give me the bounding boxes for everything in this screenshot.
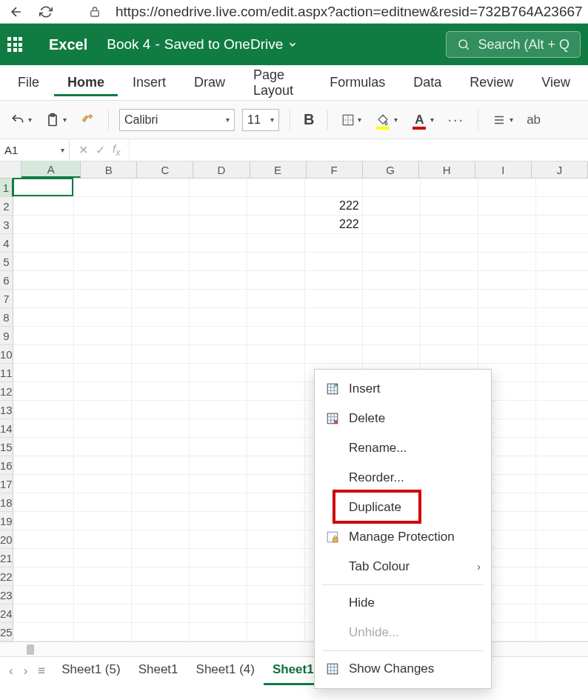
col-header[interactable]: G xyxy=(363,161,419,178)
cell[interactable]: 222 xyxy=(305,197,363,216)
cell[interactable] xyxy=(74,623,132,641)
cell[interactable] xyxy=(190,253,247,271)
cell[interactable] xyxy=(74,234,132,253)
context-menu-item-tab-colour[interactable]: Tab Colour› xyxy=(315,552,491,581)
cell[interactable] xyxy=(536,290,588,308)
cell[interactable] xyxy=(132,179,190,197)
row-header[interactable]: 1 xyxy=(0,179,13,197)
cell[interactable] xyxy=(13,234,74,253)
cell[interactable] xyxy=(421,308,478,327)
cell[interactable] xyxy=(190,438,247,456)
cells-area[interactable]: 222222 xyxy=(13,179,588,641)
sheet-tab[interactable]: Sheet1 (4) xyxy=(187,656,264,685)
cell[interactable] xyxy=(478,179,536,197)
sheet-nav-next[interactable]: › xyxy=(21,664,31,679)
cell[interactable] xyxy=(190,604,247,623)
cell[interactable] xyxy=(247,623,305,641)
cell[interactable] xyxy=(363,290,421,308)
cell[interactable] xyxy=(363,327,421,345)
cell[interactable] xyxy=(536,401,588,419)
cell[interactable] xyxy=(536,530,588,549)
row-header[interactable]: 23 xyxy=(0,586,13,604)
cell[interactable] xyxy=(132,567,190,586)
cell[interactable] xyxy=(190,234,247,253)
cell[interactable] xyxy=(190,530,247,549)
cell[interactable] xyxy=(132,345,190,364)
borders-button[interactable]: ▾ xyxy=(338,107,364,133)
cell[interactable] xyxy=(13,345,74,364)
cell[interactable] xyxy=(421,327,478,345)
cell[interactable] xyxy=(363,179,421,197)
sheet-tab[interactable]: Sheet1 (5) xyxy=(53,656,129,685)
cell[interactable] xyxy=(74,549,132,567)
cell[interactable] xyxy=(132,308,190,327)
menu-tab-draw[interactable]: Draw xyxy=(181,69,238,96)
cell[interactable] xyxy=(536,493,588,512)
cell[interactable] xyxy=(13,364,74,382)
cell[interactable] xyxy=(190,216,247,234)
more-font-options[interactable]: ··· xyxy=(444,107,467,133)
cell[interactable] xyxy=(13,530,74,549)
cell[interactable] xyxy=(305,271,363,290)
cell[interactable] xyxy=(363,234,421,253)
cell[interactable] xyxy=(247,308,305,327)
cell[interactable] xyxy=(132,456,190,475)
cell[interactable] xyxy=(190,364,247,382)
row-header[interactable]: 5 xyxy=(0,253,13,271)
cell[interactable] xyxy=(363,308,421,327)
back-button[interactable] xyxy=(6,1,27,22)
cell[interactable] xyxy=(421,179,478,197)
col-header[interactable]: H xyxy=(419,161,475,178)
cell[interactable] xyxy=(247,512,305,530)
cell[interactable] xyxy=(190,382,247,401)
row-header[interactable]: 14 xyxy=(0,419,13,438)
sheet-tab[interactable]: Sheet1 xyxy=(130,656,187,685)
cell[interactable] xyxy=(190,401,247,419)
cell[interactable] xyxy=(13,604,74,623)
col-header[interactable]: B xyxy=(81,161,137,178)
cell[interactable]: 222 xyxy=(305,216,363,234)
alignment-button[interactable]: ▾ xyxy=(489,107,516,133)
cell[interactable] xyxy=(247,234,305,253)
cell[interactable] xyxy=(247,419,305,438)
cell[interactable] xyxy=(247,290,305,308)
context-menu-item-hide[interactable]: Hide xyxy=(315,588,491,618)
row-header[interactable]: 18 xyxy=(0,493,13,512)
horizontal-scrollbar[interactable]: ◄ xyxy=(0,641,588,656)
formula-input[interactable] xyxy=(130,139,588,161)
cell[interactable] xyxy=(305,234,363,253)
row-header[interactable]: 19 xyxy=(0,512,13,530)
cell[interactable] xyxy=(190,493,247,512)
cell[interactable] xyxy=(247,586,305,604)
cell[interactable] xyxy=(247,475,305,493)
cell[interactable] xyxy=(74,586,132,604)
row-header[interactable]: 21 xyxy=(0,549,13,567)
cell[interactable] xyxy=(247,438,305,456)
cell[interactable] xyxy=(132,530,190,549)
cell[interactable] xyxy=(132,623,190,641)
cell[interactable] xyxy=(74,604,132,623)
cell[interactable] xyxy=(74,567,132,586)
bold-button[interactable]: B xyxy=(301,107,317,133)
cell[interactable] xyxy=(190,345,247,364)
cell[interactable] xyxy=(74,308,132,327)
cell[interactable] xyxy=(190,179,247,197)
cell[interactable] xyxy=(190,271,247,290)
cell[interactable] xyxy=(536,512,588,530)
cell[interactable] xyxy=(13,308,74,327)
row-header[interactable]: 6 xyxy=(0,271,13,290)
cell[interactable] xyxy=(247,271,305,290)
cell[interactable] xyxy=(132,253,190,271)
cell[interactable] xyxy=(132,604,190,623)
cell[interactable] xyxy=(13,623,74,641)
row-header[interactable]: 25 xyxy=(0,623,13,641)
cell[interactable] xyxy=(247,216,305,234)
row-header[interactable]: 7 xyxy=(0,290,13,308)
cell[interactable] xyxy=(536,567,588,586)
row-header[interactable]: 15 xyxy=(0,438,13,456)
cancel-formula-icon[interactable]: ✕ xyxy=(78,143,88,157)
col-header[interactable]: J xyxy=(532,161,588,178)
row-header[interactable]: 10 xyxy=(0,345,13,364)
cell[interactable] xyxy=(421,216,478,234)
cell[interactable] xyxy=(421,345,478,364)
